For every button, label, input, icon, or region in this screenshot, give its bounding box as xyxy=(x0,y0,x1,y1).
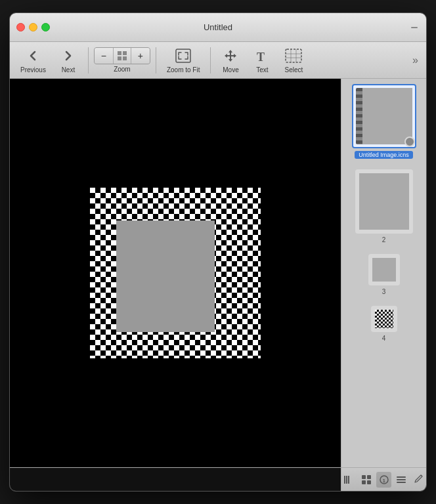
bottom-right-toolbar: 1 xyxy=(341,468,426,491)
main-content: Untitled Image.icns 2 3 xyxy=(10,79,426,467)
thumbnail-4[interactable]: 4 xyxy=(371,306,397,342)
main-window: Untitled Previous Next xyxy=(9,12,427,492)
maximize-button[interactable] xyxy=(41,23,50,32)
separator-2 xyxy=(156,47,156,74)
window-title: Untitled xyxy=(204,22,232,32)
traffic-lights xyxy=(16,23,50,32)
separator-3 xyxy=(210,47,211,74)
zoom-mid-button[interactable] xyxy=(113,48,131,64)
bottom-left-spacer xyxy=(10,468,341,491)
svg-rect-23 xyxy=(397,482,406,483)
thumbnail-3[interactable]: 3 xyxy=(368,254,400,295)
thumb-label-4: 4 xyxy=(382,335,386,342)
text-label: Text xyxy=(256,66,268,74)
svg-rect-13 xyxy=(346,476,347,484)
close-button[interactable] xyxy=(16,23,25,32)
thumb-border-1 xyxy=(352,84,416,148)
thumb-label-2: 2 xyxy=(382,236,386,243)
titlebar: Untitled xyxy=(10,13,426,42)
next-button[interactable]: Next xyxy=(54,44,83,76)
svg-rect-5 xyxy=(176,49,190,62)
previous-label: Previous xyxy=(20,66,46,74)
toolbar: Previous Next − xyxy=(10,42,426,79)
svg-rect-16 xyxy=(367,475,371,479)
thumb-label-3: 3 xyxy=(382,288,386,295)
list-view-button[interactable] xyxy=(341,472,357,488)
svg-rect-3 xyxy=(118,56,121,60)
bottom-toolbar: 1 xyxy=(10,467,426,491)
column-view-button[interactable] xyxy=(394,472,409,488)
select-button[interactable]: Select xyxy=(279,44,308,76)
move-label: Move xyxy=(223,66,238,74)
move-icon xyxy=(221,47,240,65)
select-label: Select xyxy=(285,66,303,74)
svg-rect-21 xyxy=(397,476,406,478)
svg-rect-2 xyxy=(123,51,127,55)
previous-button[interactable]: Previous xyxy=(15,44,51,76)
zoom-to-fit-label: Zoom to Fit xyxy=(167,66,200,74)
move-button[interactable]: Move xyxy=(216,44,245,76)
svg-rect-0 xyxy=(411,27,418,28)
image-content xyxy=(116,220,215,332)
thumb-border-3 xyxy=(368,254,400,285)
svg-rect-4 xyxy=(123,56,127,60)
thumbnail-2[interactable]: 2 xyxy=(355,169,413,243)
separator-1 xyxy=(88,47,89,74)
zoom-label: Zoom xyxy=(114,66,131,73)
zoom-to-fit-button[interactable]: Zoom to Fit xyxy=(162,44,206,76)
detail-view-button[interactable]: 1 xyxy=(376,472,391,488)
svg-text:1: 1 xyxy=(382,478,385,484)
zoom-out-button[interactable]: − xyxy=(95,48,113,64)
edit-icon-button[interactable] xyxy=(411,472,426,488)
next-icon xyxy=(59,47,77,65)
svg-rect-14 xyxy=(348,476,349,484)
svg-rect-1 xyxy=(118,51,121,55)
thumb-label-1: Untitled Image.icns xyxy=(355,151,413,159)
zoom-buttons: − + xyxy=(94,47,150,64)
minimize-button[interactable] xyxy=(29,23,37,32)
zoom-to-fit-icon xyxy=(174,47,192,65)
next-label: Next xyxy=(62,66,76,74)
select-icon xyxy=(284,47,303,65)
canvas-image xyxy=(90,188,261,358)
grid-view-button[interactable] xyxy=(359,472,374,488)
svg-rect-7 xyxy=(286,49,301,62)
svg-text:T: T xyxy=(257,51,265,64)
text-button[interactable]: T Text xyxy=(248,44,276,76)
zoom-in-button[interactable]: + xyxy=(131,48,150,64)
text-icon: T xyxy=(253,47,271,65)
previous-icon xyxy=(24,47,42,65)
svg-rect-12 xyxy=(344,476,345,484)
svg-rect-15 xyxy=(362,475,366,479)
right-panel: Untitled Image.icns 2 3 xyxy=(341,79,426,467)
canvas-area xyxy=(10,79,341,467)
thumb-border-2 xyxy=(355,169,413,234)
svg-rect-22 xyxy=(397,479,406,480)
expand-toolbar-button[interactable]: » xyxy=(410,52,421,69)
svg-rect-18 xyxy=(367,480,371,484)
svg-rect-17 xyxy=(362,480,366,484)
thumbnail-1[interactable]: Untitled Image.icns xyxy=(352,84,416,159)
zoom-group: − + Zoom xyxy=(94,47,150,73)
thumb-border-4 xyxy=(371,306,397,332)
resize-icon xyxy=(409,22,420,33)
